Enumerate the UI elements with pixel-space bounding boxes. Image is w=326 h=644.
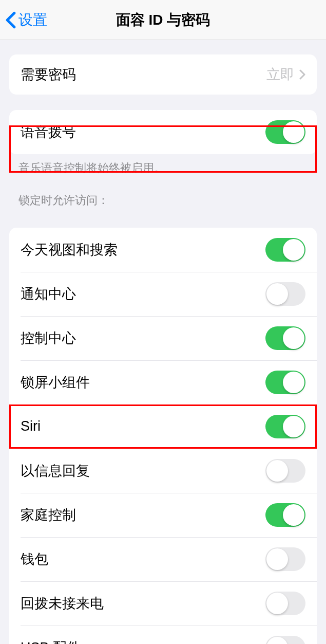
toggle-lock-item[interactable] [265,592,305,615]
row-lock-item: 钱包 [9,537,317,581]
row-lock-item: 家庭控制 [9,493,317,537]
toggle-lock-item[interactable] [265,282,305,306]
row-lock-item: 锁屏小组件 [9,360,317,404]
toggle-knob [283,239,304,261]
row-value-text: 立即 [266,65,294,84]
footer-voice-dial: 音乐语音控制将始终被启用。 [0,154,326,176]
row-require-passcode[interactable]: 需要密码 立即 [9,54,317,95]
row-label: 锁屏小组件 [21,373,90,392]
row-value: 立即 [266,65,305,84]
row-lock-item: 控制中心 [9,316,317,360]
row-label: 语音拨号 [21,123,76,141]
row-label: 今天视图和搜索 [21,241,118,259]
back-button[interactable]: 设置 [0,10,47,30]
row-lock-item: 今天视图和搜索 [9,228,317,272]
content-area: 需要密码 立即 语音拨号 音乐语音控制将始终被启用。 锁定时允许访问： 今天视图… [0,54,326,644]
toggle-knob [283,416,304,437]
row-label: 通知中心 [21,285,76,303]
toggle-lock-item[interactable] [265,415,305,438]
back-label: 设置 [18,10,47,30]
header-lock-access: 锁定时允许访问： [0,176,326,212]
row-lock-item: 通知中心 [9,272,317,316]
toggle-voice-dial[interactable] [265,120,305,144]
group-passcode: 需要密码 立即 [9,54,317,95]
row-lock-item: 回拨未接来电 [9,581,317,625]
toggle-lock-item[interactable] [265,371,305,394]
toggle-lock-item[interactable] [265,459,305,483]
toggle-lock-item[interactable] [265,326,305,350]
group-voice-dial: 语音拨号 [9,110,317,154]
row-label: 家庭控制 [21,506,76,524]
row-lock-item: USB 配件 [9,625,317,644]
toggle-knob [266,637,288,644]
row-label: 控制中心 [21,329,76,347]
row-voice-dial: 语音拨号 [9,110,317,154]
toggle-lock-item[interactable] [265,636,305,644]
row-label: Siri [21,418,41,434]
row-lock-item: 以信息回复 [9,449,317,493]
toggle-knob [266,460,288,482]
toggle-knob [266,548,288,570]
row-label: 以信息回复 [21,462,90,480]
toggle-knob [283,372,304,393]
row-label: 钱包 [21,550,48,568]
row-label: USB 配件 [21,638,81,644]
row-lock-item: Siri [9,404,317,449]
row-label: 回拨未接来电 [21,594,104,613]
toggle-lock-item[interactable] [265,547,305,571]
toggle-knob [283,327,304,349]
row-label: 需要密码 [21,65,76,84]
toggle-lock-item[interactable] [265,238,305,262]
page-title: 面容 ID 与密码 [116,10,210,30]
toggle-knob [283,121,304,143]
toggle-lock-item[interactable] [265,503,305,527]
toggle-knob [266,283,288,305]
chevron-right-icon [299,69,305,80]
toggle-knob [266,593,288,614]
toggle-knob [283,504,304,526]
chevron-left-icon [5,11,16,29]
group-lock-access: 今天视图和搜索通知中心控制中心锁屏小组件Siri以信息回复家庭控制钱包回拨未接来… [9,228,317,644]
navigation-bar: 设置 面容 ID 与密码 [0,0,326,40]
